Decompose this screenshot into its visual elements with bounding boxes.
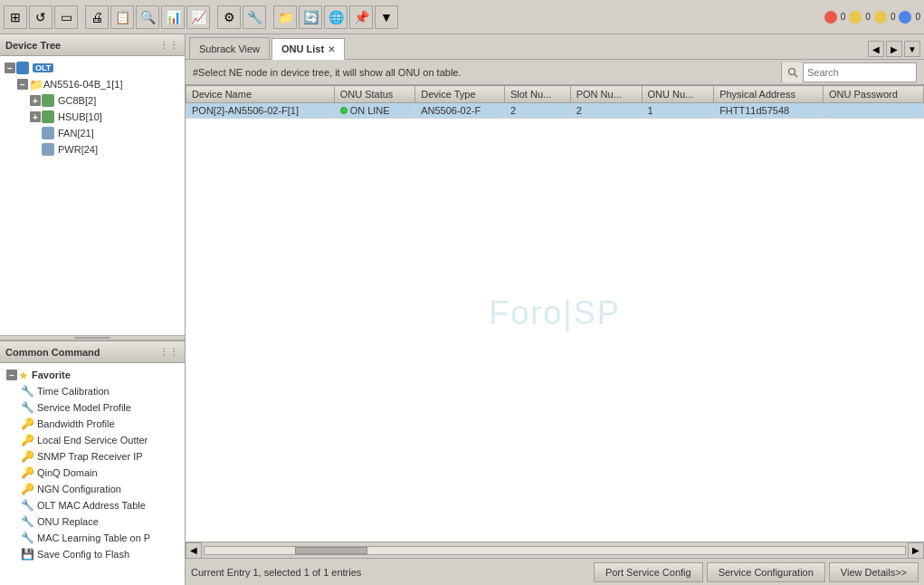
tree-toggle-an5516[interactable]: −	[16, 78, 29, 91]
col-device-name: Device Name	[186, 86, 335, 103]
view-details-button[interactable]: View Details>>	[829, 562, 919, 582]
folder-icon: 📁	[29, 78, 43, 91]
tree-label-pwr: PWR[24]	[58, 144, 98, 155]
tree-item-olt[interactable]: − OLT	[0, 60, 185, 76]
col-pon-num: PON Nu...	[570, 86, 642, 103]
tree-item-gc8b[interactable]: + GC8B[2]	[0, 92, 185, 109]
cmd-item-mac-learning[interactable]: 🔧 MAC Learning Table on P	[0, 530, 185, 546]
toolbar-btn-dropdown[interactable]: ▼	[375, 5, 398, 29]
svg-point-0	[788, 68, 795, 74]
toolbar-btn-new[interactable]: ⊞	[4, 5, 27, 29]
tab-nav-menu[interactable]: ▼	[904, 41, 920, 57]
toolbar-btn-window[interactable]: ▭	[54, 5, 78, 29]
tree-label-fan: FAN[21]	[58, 128, 94, 139]
cmd-label-service-model: Service Model Profile	[37, 402, 131, 413]
table-wrapper[interactable]: Foro|SP Device Name ONU Status Device Ty…	[186, 85, 924, 542]
favorite-header[interactable]: − ★ Favorite	[0, 367, 185, 383]
scroll-left-btn[interactable]: ◀	[186, 542, 202, 559]
col-physical-address: Physical Address	[714, 86, 824, 103]
main-container: Device Tree ⋮⋮ − OLT − 📁 AN5516-04B_1[	[0, 34, 924, 585]
cmd-item-time-calibration[interactable]: 🔧 Time Calibration	[0, 383, 185, 399]
toolbar-sep-2	[212, 5, 215, 29]
service-configuration-button[interactable]: Service Configuration	[707, 562, 825, 582]
table-row[interactable]: PON[2]-AN5506-02-F[1] ON LINE AN5506-02-…	[186, 103, 924, 119]
toolbar-btn-sync[interactable]: 🔄	[299, 5, 322, 29]
cmd-item-ngn[interactable]: 🔑 NGN Configuration	[0, 481, 185, 497]
star-icon: ★	[18, 369, 29, 382]
tab-subrack-view[interactable]: Subrack View	[189, 37, 270, 59]
traffic-light-yellow2-label: 0	[891, 12, 896, 22]
toolbar-btn-chart[interactable]: 📊	[161, 5, 185, 29]
info-bar: #Select NE node in device tree, it will …	[186, 60, 924, 85]
common-command-panel: Common Command ⋮⋮ − ★ Favorite 🔧 Time Ca…	[0, 340, 185, 585]
cell-onu-password	[824, 103, 924, 119]
tree-toggle-hsub[interactable]: +	[29, 110, 42, 123]
tab-close-onu-list[interactable]: ✕	[328, 44, 335, 54]
cmd-tree-area[interactable]: − ★ Favorite 🔧 Time Calibration 🔧 Servic…	[0, 363, 185, 585]
cmd-item-save-config[interactable]: 💾 Save Config to Flash	[0, 546, 185, 562]
cmd-item-olt-mac[interactable]: 🔧 OLT MAC Address Table	[0, 497, 185, 513]
tree-item-hsub[interactable]: + HSUB[10]	[0, 109, 185, 125]
traffic-light-red	[824, 11, 837, 24]
cmd-label-local-end: Local End Service Outter	[37, 435, 148, 446]
favorite-toggle[interactable]: −	[5, 369, 18, 381]
cmd-item-local-end[interactable]: 🔑 Local End Service Outter	[0, 432, 185, 448]
tree-item-pwr[interactable]: PWR[24]	[0, 141, 185, 158]
toolbar-btn-folder[interactable]: 📁	[273, 5, 297, 29]
scroll-track[interactable]	[204, 546, 906, 555]
toolbar-btn-refresh[interactable]: ↺	[29, 5, 52, 29]
right-panel: Subrack View ONU List ✕ ◀ ▶ ▼ #Select NE…	[186, 34, 924, 585]
toolbar-btn-settings[interactable]: ⚙	[217, 5, 241, 29]
cmd-item-qinq[interactable]: 🔑 QinQ Domain	[0, 465, 185, 481]
tab-nav-next[interactable]: ▶	[886, 41, 902, 57]
tree-item-an5516[interactable]: − 📁 AN5516-04B_1[1]	[0, 76, 185, 92]
tab-nav-prev[interactable]: ◀	[868, 41, 884, 57]
toolbar-btn-network[interactable]: 🌐	[324, 5, 348, 29]
traffic-light-blue-label: 0	[915, 12, 920, 22]
key-icon-2: 🔑	[20, 433, 34, 447]
cmd-label-time-calibration: Time Calibration	[37, 386, 110, 397]
col-device-type: Device Type	[415, 86, 505, 103]
cmd-item-onu-replace[interactable]: 🔧 ONU Replace	[0, 513, 185, 530]
key-icon-3: 🔑	[20, 449, 34, 464]
cell-physical-address: FHTT11d57548	[714, 103, 824, 119]
traffic-lights: 0 0 0 0	[824, 11, 920, 24]
tree-item-fan[interactable]: FAN[21]	[0, 125, 185, 141]
toolbar-btn-tools[interactable]: 🔧	[243, 5, 266, 29]
wrench-icon-4: 🔧	[20, 514, 34, 529]
tree-toggle-olt[interactable]: −	[4, 62, 16, 74]
tree-toggle-gc8b[interactable]: +	[29, 94, 42, 107]
watermark: Foro|SP	[489, 294, 620, 332]
search-input[interactable]	[804, 63, 912, 82]
cmd-item-service-model[interactable]: 🔧 Service Model Profile	[0, 399, 185, 416]
card-icon-hsub	[42, 110, 54, 123]
toolbar-btn-pin[interactable]: 📌	[349, 5, 373, 29]
device-tree-title: Device Tree	[5, 40, 61, 51]
plus-icon: +	[30, 95, 41, 106]
scroll-thumb[interactable]	[295, 547, 367, 554]
tab-onu-list[interactable]: ONU List ✕	[271, 38, 345, 60]
cmd-label-mac-learning: MAC Learning Table on P	[37, 532, 150, 543]
toolbar-btn-graph[interactable]: 📈	[186, 5, 210, 29]
search-box[interactable]	[781, 62, 917, 82]
toolbar: ⊞ ↺ ▭ 🖨 📋 🔍 📊 📈 ⚙ 🔧 📁 🔄 🌐 📌 ▼ 0 0 0 0	[0, 0, 924, 34]
tab-bar: Subrack View ONU List ✕ ◀ ▶ ▼	[186, 34, 924, 60]
cmd-item-bandwidth[interactable]: 🔑 Bandwidth Profile	[0, 416, 185, 432]
port-service-config-button[interactable]: Port Service Config	[594, 562, 703, 582]
toolbar-btn-copy[interactable]: 📋	[110, 5, 134, 29]
scroll-right-btn[interactable]: ▶	[908, 542, 924, 559]
cmd-label-save-config: Save Config to Flash	[37, 549, 129, 560]
disk-icon: 💾	[20, 547, 34, 561]
cmd-item-snmp[interactable]: 🔑 SNMP Trap Receiver IP	[0, 448, 185, 465]
traffic-light-yellow	[849, 11, 862, 24]
device-tree-area[interactable]: − OLT − 📁 AN5516-04B_1[1] +	[0, 56, 185, 335]
common-command-title: Common Command	[5, 347, 100, 358]
bottom-bar: Current Entry 1, selected 1 of 1 entries…	[186, 558, 924, 585]
olt-badge: OLT	[33, 63, 53, 72]
toolbar-btn-search[interactable]: 🔍	[136, 5, 159, 29]
horizontal-scrollbar[interactable]: ◀ ▶	[186, 542, 924, 558]
cmd-label-olt-mac: OLT MAC Address Table	[37, 500, 146, 511]
toolbar-btn-print[interactable]: 🖨	[85, 5, 109, 29]
favorite-label: Favorite	[32, 369, 71, 380]
device-tree-header: Device Tree ⋮⋮	[0, 34, 185, 56]
